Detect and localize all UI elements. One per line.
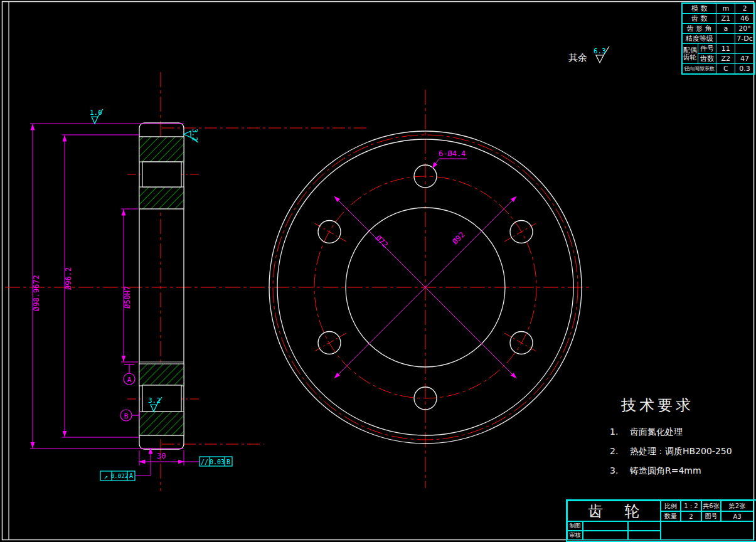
- param-symbol: [716, 34, 735, 44]
- param-symbol: Z1: [716, 14, 735, 24]
- svg-text:1.6: 1.6: [90, 109, 102, 117]
- param-label: 模 数: [682, 3, 716, 14]
- svg-text:A: A: [127, 376, 132, 384]
- drawing-no-value: A3: [721, 511, 753, 521]
- hatch-rim-top: [139, 137, 184, 162]
- svg-text:B: B: [124, 412, 129, 420]
- tech-req-item: 2. 热处理：调质HB200-250: [604, 446, 754, 457]
- title-block: 齿轮 比例 1 : 2 共6张 第2张 数量 2 图号 A3 制图 审核: [566, 499, 756, 542]
- table-row: 齿 形 角 a 20°: [682, 24, 755, 34]
- param-value: 47: [735, 54, 755, 64]
- mate-gear-label: 配偶齿轮: [682, 44, 698, 64]
- scale-label: 比例: [661, 501, 681, 511]
- note-value: 6.3: [594, 47, 606, 55]
- param-value: 7-Dc: [735, 34, 755, 44]
- gear-section-view: [139, 123, 184, 449]
- dim-tip-dia: Ø96.2: [64, 267, 73, 290]
- note-prefix: 其余: [568, 52, 587, 63]
- svg-text:A: A: [129, 472, 133, 479]
- hole-void-upper: [142, 162, 181, 187]
- drawing-no-label: 图号: [701, 511, 721, 521]
- tech-req-item: 3. 铸造圆角R=4mm: [604, 465, 754, 477]
- quantity-label: 数量: [661, 511, 681, 521]
- param-label: 齿 数: [682, 14, 716, 24]
- roughness-top-face: 1.6: [90, 109, 103, 124]
- param-symbol: 11: [716, 44, 735, 54]
- dim-holes: 6-Ø4.4: [439, 149, 466, 158]
- sheet-number: 第2张: [721, 501, 753, 511]
- param-symbol: a: [716, 24, 735, 34]
- param-label: 齿 形 角: [682, 24, 716, 34]
- svg-text:3.2: 3.2: [191, 129, 199, 141]
- roughness-rim-side: 3.2: [184, 129, 199, 142]
- dim-pitch-circle: Ø92: [450, 230, 466, 246]
- dim-outer-dia: Ø98.9672: [32, 275, 41, 311]
- tech-req-item: 1. 齿面氮化处理: [604, 427, 754, 438]
- table-row: 径向间隙系数 C 0.3: [682, 64, 755, 75]
- drafted-label: 制图: [567, 521, 583, 531]
- datum-b: B: [120, 410, 139, 421]
- svg-text:0.03: 0.03: [210, 459, 225, 465]
- tech-req-title: 技术要求: [621, 395, 754, 415]
- param-symbol: Z2: [716, 54, 735, 64]
- quantity-value: 2: [681, 511, 701, 521]
- table-row: 配偶齿轮 件号 11: [682, 44, 755, 54]
- hatch-web-bottom: [139, 364, 184, 386]
- dim-bolt-circle: Ø72: [374, 233, 390, 249]
- technical-requirements: 技术要求 1. 齿面氮化处理 2. 热处理：调质HB200-250 3. 铸造圆…: [604, 395, 754, 485]
- drawing-title: 齿轮: [567, 501, 661, 521]
- scale-value: 1 : 2: [681, 501, 701, 511]
- parallelism-icon: //: [201, 459, 208, 465]
- param-value: 46: [735, 14, 755, 24]
- param-label: 齿数: [698, 54, 716, 64]
- hatch-rim-bottom: [139, 412, 184, 435]
- fcf-runout: ↗ 0.022 A: [100, 471, 135, 481]
- dim-bore: Ø50H7: [123, 286, 132, 309]
- param-symbol: C: [716, 64, 735, 75]
- table-row: 模 数 m 2: [682, 3, 755, 14]
- table-row: 齿 数 Z1 46: [682, 14, 755, 24]
- svg-text:0.022: 0.022: [111, 473, 128, 479]
- drafted-value: [583, 521, 628, 531]
- svg-text:B: B: [226, 459, 230, 465]
- dim-width: 30: [157, 452, 166, 460]
- param-value: [735, 44, 755, 54]
- fcf-parallelism: // 0.03 B: [200, 457, 232, 466]
- sheets-total: 共6张: [701, 501, 721, 511]
- holes-leader: [432, 159, 439, 168]
- svg-text:3.2: 3.2: [148, 396, 161, 405]
- hatch-web-top: [139, 187, 184, 209]
- drafted-date: [628, 521, 661, 531]
- param-label: 精度等级: [682, 34, 716, 44]
- param-value: 0.3: [735, 64, 755, 75]
- checked-date: [628, 531, 661, 540]
- general-roughness-note: 其余 6.3: [568, 46, 609, 63]
- param-label: 径向间隙系数: [682, 64, 716, 75]
- checked-value: [583, 531, 628, 540]
- drawing-sheet: Ø98.9672 Ø96.2 Ø50H7 30 6-Ø4.4 Ø72 Ø92 A…: [0, 0, 756, 542]
- param-label: 件号: [698, 44, 716, 54]
- param-symbol: m: [716, 3, 735, 14]
- param-value: 20°: [735, 24, 755, 34]
- gear-parameter-table: 模 数 m 2 齿 数 Z1 46 齿 形 角 a 20° 精度等级 7-Dc …: [681, 3, 755, 75]
- datum-a: A: [124, 364, 135, 385]
- param-value: 2: [735, 3, 755, 14]
- title-block-blank-area: [661, 521, 753, 540]
- dimension-labels: Ø98.9672 Ø96.2 Ø50H7 30 6-Ø4.4 Ø72 Ø92: [32, 149, 466, 460]
- runout-icon: ↗: [104, 473, 108, 480]
- table-row: 精度等级 7-Dc: [682, 34, 755, 44]
- checked-label: 审核: [567, 531, 583, 540]
